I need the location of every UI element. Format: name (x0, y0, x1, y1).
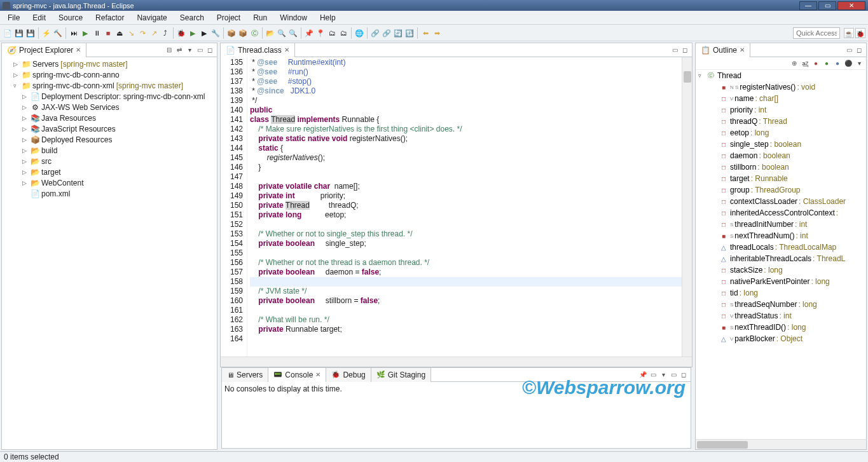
run-icon[interactable]: ▶ (188, 28, 198, 38)
new-project-icon[interactable]: 📦 (226, 28, 237, 38)
outline-menu-icon[interactable]: ▾ (855, 59, 864, 68)
display-console-icon[interactable]: ▭ (649, 370, 658, 379)
tree-item[interactable]: ▷📂WebContent (2, 177, 217, 188)
menu-project[interactable]: Project (210, 11, 247, 24)
outline-item[interactable]: □target : Runnable (696, 173, 866, 184)
nav-back-icon[interactable]: 🗂 (327, 28, 337, 38)
resume-icon[interactable]: ▶ (80, 28, 90, 38)
code-line[interactable]: public (250, 105, 682, 115)
expand-icon[interactable]: ▷ (22, 93, 29, 100)
browser-icon[interactable]: 🌐 (354, 28, 364, 38)
close-icon[interactable]: ✕ (284, 46, 289, 53)
external-tools-icon[interactable]: 🔧 (210, 28, 221, 38)
outline-root[interactable]: ▿ⒸThread (696, 70, 866, 81)
tree-item[interactable]: ▷📚Java Resources (2, 112, 217, 123)
vertical-scrollbar[interactable] (682, 57, 692, 357)
code-area[interactable]: * @see Runtime#exit(int) * @see #run() *… (247, 57, 682, 357)
code-line[interactable]: registerNatives(); (250, 153, 682, 163)
code-line[interactable]: class Thread implements Runnable { (250, 115, 682, 125)
step-into-icon[interactable]: ↘ (126, 28, 136, 38)
code-line[interactable]: */ (250, 96, 682, 105)
console-tab-git-staging[interactable]: 🌿Git Staging (371, 368, 431, 382)
nav-fwd-icon[interactable]: 🗂 (338, 28, 348, 38)
minimize-button[interactable]: — (799, 1, 817, 10)
save-icon[interactable]: 💾 (14, 28, 24, 38)
code-line[interactable]: private static native void registerNativ… (250, 134, 682, 144)
tree-item[interactable]: ▷📦Deployed Resources (2, 134, 217, 145)
open-type-icon[interactable]: 📂 (265, 28, 275, 38)
close-icon[interactable]: ✕ (315, 371, 320, 378)
console-tab-servers[interactable]: 🖥Servers (222, 368, 268, 382)
outline-item[interactable]: □priority : int (696, 104, 866, 116)
sync-icon[interactable]: 🔃 (404, 28, 415, 38)
code-line[interactable] (250, 306, 682, 315)
outline-item[interactable]: ■N SregisterNatives() : void (696, 81, 866, 93)
tree-item[interactable]: 📄pom.xml (2, 188, 217, 199)
build-icon[interactable]: 🔨 (53, 28, 63, 38)
tree-item[interactable]: ▷📄Deployment Descriptor: spring-mvc-db-c… (2, 91, 217, 102)
maximize-editor-icon[interactable]: ◻ (680, 46, 689, 55)
code-line[interactable] (250, 220, 682, 229)
toggle-mark-icon[interactable]: ⚡ (41, 28, 52, 38)
code-line[interactable] (250, 334, 682, 344)
code-line[interactable] (250, 277, 682, 287)
focus-icon[interactable]: ⊕ (790, 59, 799, 68)
menu-navigate[interactable]: Navigate (130, 11, 173, 24)
collapse-all-icon[interactable]: ⊟ (165, 46, 174, 55)
code-line[interactable]: /* What will be run. */ (250, 315, 682, 325)
menu-run[interactable]: Run (247, 11, 273, 24)
code-line[interactable]: private Runnable target; (250, 325, 682, 334)
menu-help[interactable]: Help (313, 11, 342, 24)
code-line[interactable]: * @since JDK1.0 (250, 86, 682, 96)
expand-icon[interactable]: ▿ (13, 83, 20, 89)
code-line[interactable]: * @see #stop() (250, 77, 682, 86)
tree-item[interactable]: ▷📂build (2, 145, 217, 156)
tree-item[interactable]: ▷📁spring-mvc-db-conn-anno (2, 69, 217, 80)
code-line[interactable]: * @see #run() (250, 67, 682, 77)
outline-item[interactable]: □SthreadSeqNumber : long (696, 299, 866, 310)
new-package-icon[interactable]: 📦 (238, 28, 248, 38)
quick-access-input[interactable] (793, 27, 840, 39)
hide-nonpublic-icon[interactable]: ● (833, 59, 842, 68)
menu-window[interactable]: Window (273, 11, 313, 24)
disconnect-icon[interactable]: ⏏ (114, 28, 125, 38)
expand-icon[interactable]: ▷ (22, 104, 29, 111)
project-explorer-tab[interactable]: 🧭 Project Explorer ✕ (2, 43, 86, 57)
pin-console-icon[interactable]: 📌 (638, 370, 647, 379)
expand-icon[interactable]: ▷ (13, 72, 20, 78)
expand-icon[interactable]: ▷ (22, 126, 29, 132)
link-editor-icon[interactable]: ⇄ (175, 46, 184, 55)
titlebar[interactable]: spring-mvc - java.lang.Thread - Eclipse … (0, 0, 868, 11)
outline-item[interactable]: △threadLocals : ThreadLocalMap (696, 241, 866, 253)
outline-item[interactable]: □stackSize : long (696, 264, 866, 276)
code-line[interactable]: private long eetop; (250, 210, 682, 220)
hide-fields-icon[interactable]: ● (811, 59, 820, 68)
code-line[interactable]: private boolean daemon = false; (250, 268, 682, 277)
step-over-icon[interactable]: ↷ (137, 28, 148, 38)
maximize-console-icon[interactable]: ◻ (679, 370, 688, 379)
code-line[interactable]: /* Whether or not to single_step this th… (250, 229, 682, 239)
suspend-icon[interactable]: ⏸ (92, 28, 102, 38)
hide-local-icon[interactable]: ⚫ (844, 59, 853, 68)
close-icon[interactable]: ✕ (76, 46, 81, 53)
outline-item[interactable]: □tid : long (696, 287, 866, 299)
outline-item[interactable]: □nativeParkEventPointer : long (696, 276, 866, 287)
code-line[interactable]: } (250, 163, 682, 172)
code-line[interactable]: * @see Runtime#exit(int) (250, 58, 682, 67)
tree-item[interactable]: ▷📂src (2, 156, 217, 166)
run-last-icon[interactable]: ▶ (199, 28, 209, 38)
open-task-icon[interactable]: 🔍 (277, 28, 287, 38)
tree-item[interactable]: ▷📁Servers [spring-mvc master] (2, 58, 217, 69)
outline-item[interactable]: □daemon : boolean (696, 150, 866, 161)
expand-icon[interactable]: ▷ (13, 61, 20, 67)
code-line[interactable]: /* Whether or not the thread is a daemon… (250, 258, 682, 268)
tree-item[interactable]: ▷⚙JAX-WS Web Services (2, 102, 217, 112)
minimize-editor-icon[interactable]: ▭ (670, 46, 679, 55)
sort-icon[interactable]: a͢z (801, 59, 809, 68)
menu-file[interactable]: File (1, 11, 26, 24)
code-line[interactable]: private boolean stillborn = false; (250, 296, 682, 306)
maximize-button[interactable]: ▭ (818, 1, 836, 10)
outline-item[interactable]: □group : ThreadGroup (696, 184, 866, 196)
open-console-icon[interactable]: ▾ (659, 370, 668, 379)
drop-frame-icon[interactable]: ⤴ (160, 28, 170, 38)
